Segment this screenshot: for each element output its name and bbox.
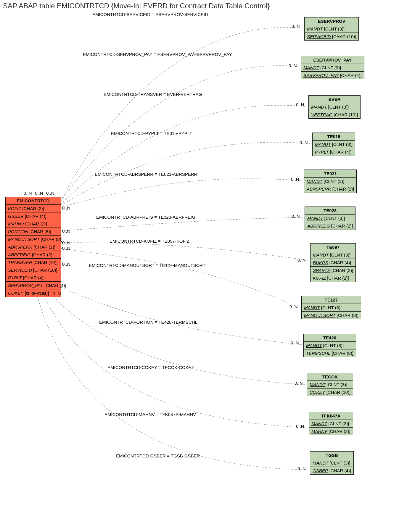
table-row: MAHNV [CHAR (2)] (309, 428, 353, 435)
relation-label: EMICONTRTCD-PORTION = TE420-TERMSCHL (99, 320, 197, 325)
table-row: PYPLT [CHAR (4)] (313, 148, 355, 156)
table-row: COKEY [CHAR (10)] (307, 388, 353, 396)
cardinality-label: 0..N (291, 340, 299, 345)
table-row: ABRSPERR [CHAR (2)] (6, 243, 61, 251)
table-row: MANDT [CLNT (3)] (304, 178, 356, 185)
cardinality-label: 0..N (296, 424, 304, 429)
cardinality-label: 0..N (292, 214, 300, 219)
table-header: ESERVPROV_PAY (301, 56, 364, 64)
table-row: TRANSVER [CHAR (10)] (6, 259, 61, 266)
cardinality-label: 0..N (62, 228, 70, 233)
table-eservprov: ESERVPROV MANDT [CLNT (3)] SERVICEID [CH… (304, 17, 359, 41)
cardinality-label: 0..N (53, 291, 61, 296)
table-row: GSBER [CHAR (4)] (310, 467, 353, 474)
table-row: KOFIZ [CHAR (2)] (310, 274, 355, 282)
cardinality-label: 0..N (291, 177, 299, 182)
table-header: ESERVPROV (305, 17, 358, 25)
table-te023: TE023 MANDT [CLNT (3)] ABRFREIG [CHAR (2… (305, 207, 355, 230)
table-te021: TE021 MANDT [CLNT (3)] ABRSPERR [CHAR (2… (304, 170, 357, 193)
relation-label: EMICONTRTCD-COKEY = TECOK-COKEY (107, 365, 194, 370)
table-tgsb: TGSB MANDT [CLNT (3)] GSBER [CHAR (4)] (310, 451, 354, 475)
table-row: MANDT [CLNT (3)] (302, 304, 361, 312)
cardinality-label: 0..N (297, 466, 306, 471)
table-row: MANDT [CLNT (3)] (310, 251, 355, 259)
cardinality-label: 0..N (24, 191, 32, 196)
table-row: KOFIZ [CHAR (2)] (6, 205, 61, 212)
table-te097: TE097 MANDT [CLNT (3)] BUKRS [CHAR (4)] … (310, 243, 356, 282)
cardinality-label: 0..N (62, 240, 70, 245)
table-header: TGSB (310, 452, 353, 459)
cardinality-label: 0..N (62, 262, 70, 267)
table-row: MANDT [CLNT (3)] (305, 215, 355, 222)
table-te127: TE127 MANDT [CLNT (3)] MANOUTSORT [CHAR … (301, 296, 361, 319)
table-row: ABRSPERR [CHAR (2)] (304, 185, 356, 193)
table-row: SERVPROV_PAY [CHAR (4)] (6, 282, 61, 289)
table-row: ABRFREIG [CHAR (2)] (305, 222, 355, 230)
relation-label: EMICONTRTCD-GSBER = TGSB-GSBER (116, 453, 200, 458)
table-header: TFK047A (309, 412, 353, 420)
table-row: MANDT [CLNT (3)] (307, 381, 353, 388)
table-row: PYPLT [CHAR (4)] (6, 274, 61, 282)
table-row: MANDT [CLNT (3)] (313, 141, 355, 148)
relation-label: EMICONTRTCD-PYPLT = TE015-PYPLT (111, 131, 192, 136)
cardinality-label: 0..N (297, 257, 306, 262)
cardinality-label: 0..N (289, 304, 298, 309)
cardinality-label: 0..N (62, 205, 70, 210)
relation-label: EMICONTRTCD-ABRSPERR = TE021-ABRSPERR (95, 172, 197, 177)
table-te015: TE015 MANDT [CLNT (3)] PYPLT [CHAR (4)] (312, 133, 355, 156)
relation-label: EMICONTRTCD-ABRFREIG = TE023-ABRFREIG (96, 215, 195, 220)
table-header: TE021 (304, 170, 356, 178)
table-tfk047a: TFK047A MANDT [CLNT (3)] MAHNV [CHAR (2)… (309, 412, 353, 435)
table-row: SERVICEID [CHAR (10)] (6, 266, 61, 274)
cardinality-label: 0..N (292, 24, 300, 29)
cardinality-label: 0..N (296, 102, 304, 107)
table-row: MAHNV [CHAR (2)] (6, 220, 61, 228)
table-row: ABRFREIG [CHAR (2)] (6, 251, 61, 259)
relation-label: EMICONTRTCD-SERVPROV_PAY = ESERVPROV_PAY… (83, 52, 232, 57)
table-row: MANOUTSORT [CHAR (8)] (6, 236, 61, 243)
table-emicontrtcd: EMICONTRTCD KOFIZ [CHAR (2)] GSBER [CHAR… (5, 197, 61, 297)
cardinality-label: 0..N (35, 191, 43, 196)
table-eservprov-pay: ESERVPROV_PAY MANDT [CLNT (3)] SERVPROV_… (301, 56, 364, 79)
cardinality-label: 0..N (27, 291, 35, 296)
relation-label: EMICONTRTCD-MAHNV = TFK047A-MAHNV (104, 412, 196, 417)
cardinality-label: 0..N (62, 246, 70, 251)
table-row: MANDT [CLNT (3)] (309, 103, 360, 111)
table-ever: EVER MANDT [CLNT (3)] VERTRAG [CHAR (10)… (308, 95, 361, 119)
table-tecok: TECOK MANDT [CLNT (3)] COKEY [CHAR (10)] (307, 373, 353, 396)
relation-label: EMICONTRTCD-MANOUTSORT = TE127-MANOUTSOR… (89, 263, 205, 268)
table-header: TE015 (313, 133, 355, 141)
table-row: BUKRS [CHAR (4)] (310, 259, 355, 267)
table-row: SPARTE [CHAR (2)] (310, 267, 355, 274)
table-row: PORTION [CHAR (8)] (6, 228, 61, 236)
cardinality-label: 0..N (38, 291, 46, 296)
table-row: MANDT [CLNT (3)] (305, 25, 358, 33)
table-row: SERVICEID [CHAR (10)] (305, 33, 358, 40)
cardinality-label: 0..N (46, 191, 54, 196)
page-title: SAP ABAP table EMICONTRTCD {Move-In: EVE… (3, 2, 270, 10)
relation-label: EMICONTRTCD-TRANSVER = EVER-VERTRAG (104, 92, 202, 97)
table-row: MANDT [CLNT (3)] (310, 459, 353, 467)
table-header: TE127 (302, 296, 361, 304)
table-header: TE023 (305, 207, 355, 215)
cardinality-label: 0..N (295, 381, 303, 386)
table-header: EMICONTRTCD (6, 197, 61, 205)
table-header: TE097 (310, 244, 355, 251)
relation-label: EMICONTRTCD-KOFIZ = TE097-KOFIZ (110, 238, 189, 244)
table-row: VERTRAG [CHAR (10)] (309, 111, 360, 118)
table-row: TERMSCHL [CHAR (8)] (304, 349, 356, 357)
table-row: MANDT [CLNT (3)] (309, 420, 353, 428)
table-te420: TE420 MANDT [CLNT (3)] TERMSCHL [CHAR (8… (303, 334, 356, 357)
cardinality-label: 0..N (289, 63, 297, 68)
table-row: MANOUTSORT [CHAR (8)] (302, 312, 361, 319)
erd-canvas: SAP ABAP table EMICONTRTCD {Move-In: EVE… (0, 0, 399, 532)
table-row: MANDT [CLNT (3)] (304, 342, 356, 349)
cardinality-label: 0..N (300, 140, 308, 145)
table-row: GSBER [CHAR (4)] (6, 212, 61, 220)
table-header: TE420 (304, 334, 356, 342)
table-row: MANDT [CLNT (3)] (301, 64, 364, 72)
table-header: EVER (309, 96, 360, 103)
table-row: SERVPROV_PAY [CHAR (4)] (301, 72, 364, 79)
relation-label: EMICONTRTCD-SERVICEID = ESERVPROV-SERVIC… (92, 12, 208, 17)
table-header: TECOK (307, 373, 353, 381)
